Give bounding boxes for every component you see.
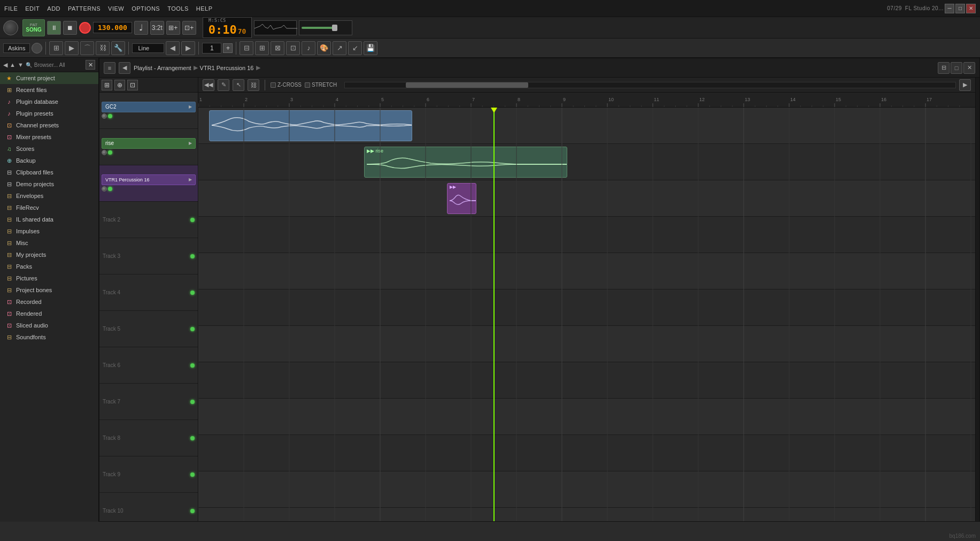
sidebar-item-backup[interactable]: ⊕ Backup [0,155,98,166]
menu-file[interactable]: FILE [4,5,18,12]
track-3-led[interactable] [108,187,112,191]
tl-block-vtr1[interactable]: ▶▶ [447,183,476,214]
tb-merge-button[interactable]: ⊠ [271,41,284,55]
zcross-checkbox[interactable] [271,82,276,88]
tb-quantize-button[interactable]: ⊡ [286,41,300,55]
sidebar-item-misc[interactable]: ⊟ Misc [0,237,98,249]
tb-split-button[interactable]: ⊞ [255,41,269,55]
h-scrollbar-track[interactable] [344,82,956,88]
stretch-option[interactable]: STRETCH [305,82,337,88]
pat-song-toggle[interactable]: PAT SONG [22,19,45,36]
tb-arrow-right[interactable]: ▶ [65,41,79,55]
tb-arrow-button[interactable]: ↗ [333,41,346,55]
right-resize-handle[interactable] [975,78,979,521]
track-3-led-right[interactable] [190,254,195,258]
track-10-led-right[interactable] [190,509,195,513]
tb-curve-button[interactable]: ⌒ [80,41,94,55]
playlist-menu-button[interactable]: ≡ [104,62,115,74]
tl-pencil[interactable]: ✎ [218,79,229,91]
sidebar-item-recent-files[interactable]: ⊞ Recent files [0,84,98,96]
track-tool-btn-2[interactable]: ⊕ [114,80,125,90]
track-1-led[interactable] [108,114,112,118]
stretch-checkbox[interactable] [305,82,310,88]
tl-scroll-right[interactable]: ▶ [959,79,971,91]
metronome-button[interactable]: ♩ [134,21,148,35]
sidebar-search-icon[interactable]: 🔍 [26,62,32,68]
track-tool-btn-3[interactable]: ⊡ [127,80,138,90]
track-3-knob[interactable] [102,186,107,192]
sidebar-item-pictures[interactable]: ⊟ Pictures [0,272,98,284]
sidebar-item-my-projects[interactable]: ⊟ My projects [0,249,98,261]
line-selector[interactable]: Line [132,43,164,53]
menu-add[interactable]: ADD [47,5,60,12]
sidebar-fwd[interactable]: ▲ [10,62,16,68]
menu-tools[interactable]: TOOLS [167,5,189,12]
track-8-led-right[interactable] [190,436,195,440]
sidebar-item-demo[interactable]: ⊟ Demo projects [0,178,98,190]
tb-line-arrow-right[interactable]: ▶ [181,41,195,55]
record-button[interactable] [79,22,91,34]
pattern-button[interactable]: ⊞+ [166,21,180,35]
track-1-knob[interactable] [102,113,107,119]
sidebar-back[interactable]: ◀ [3,62,7,68]
playlist-maximize-button[interactable]: □ [951,62,962,74]
playlist-detach-button[interactable]: ⊟ [938,62,950,74]
zcross-option[interactable]: Z-CROSS [271,82,302,88]
play-pause-button[interactable]: ⏸ [47,21,61,35]
tl-nav-left[interactable]: ◀◀ [203,79,214,91]
sidebar-item-packs[interactable]: ⊟ Packs [0,261,98,272]
tb-save-button[interactable]: 💾 [364,41,377,55]
time-sig-button[interactable]: 3:2t [150,21,164,35]
tb-down-button[interactable]: ↙ [348,41,362,55]
sidebar-item-plugin-presets[interactable]: ♪ Plugin presets [0,108,98,119]
sidebar-item-envelopes[interactable]: ⊟ Envelopes [0,190,98,202]
track-tool-btn-1[interactable]: ⊞ [102,80,112,90]
track-9-led-right[interactable] [190,473,195,477]
tb-stamp-button[interactable]: 🔧 [111,41,125,55]
tl-block-gc2[interactable] [209,110,412,141]
track-3-name-box[interactable]: VTR1 Percussion 16 ▶ [102,174,196,185]
track-4-led-right[interactable] [190,291,195,295]
playlist-close-button[interactable]: ✕ [963,62,975,74]
tl-block-rise[interactable]: ▶▶ rise [364,147,567,178]
sidebar-item-soundfonts[interactable]: ⊟ Soundfonts [0,331,98,343]
sidebar-item-il-shared[interactable]: ⊟ IL shared data [0,214,98,225]
tb-line-arrow-left[interactable]: ◀ [166,41,180,55]
sidebar-item-sliced-audio[interactable]: ⊡ Sliced audio [0,319,98,331]
mixer-button[interactable]: ⊡+ [182,21,196,35]
minimize-button[interactable]: ─ [945,4,954,13]
close-button[interactable]: ✕ [966,4,976,13]
tb-link-button[interactable]: ⛓ [96,41,110,55]
track-1-name-box[interactable]: GC2 ▶ [102,102,196,112]
sidebar-item-filerecv[interactable]: ⊟ FileRecv [0,202,98,214]
menu-help[interactable]: HELP [196,5,213,12]
tb-grid-button[interactable]: ⊞ [49,41,63,55]
menu-options[interactable]: OPTIONS [132,5,160,12]
tb-color-button[interactable]: 🎨 [317,41,331,55]
sidebar-item-recorded[interactable]: ⊡ Recorded [0,296,98,308]
tb-note-button[interactable]: ♪ [302,41,315,55]
sidebar-item-plugin-database[interactable]: ♪ Plugin database [0,96,98,108]
sidebar-item-mixer-presets[interactable]: ⊡ Mixer presets [0,131,98,143]
sidebar-item-project-bones[interactable]: ⊟ Project bones [0,284,98,296]
knob-button[interactable] [32,43,42,54]
sidebar-item-scores[interactable]: ♫ Scores [0,143,98,155]
volume-slider[interactable] [299,20,352,35]
sidebar-item-impulses[interactable]: ⊟ Impulses [0,225,98,237]
sidebar-up[interactable]: ▼ [18,62,24,68]
track-7-led-right[interactable] [190,400,195,404]
num-plus-button[interactable]: + [223,43,233,53]
menu-edit[interactable]: EDIT [25,5,40,12]
track-2-name-box[interactable]: rise ▶ [102,138,196,149]
sidebar-close-button[interactable]: ✕ [86,60,95,70]
tb-grid2-button[interactable]: ⊟ [240,41,253,55]
tl-chain[interactable]: ⛓ [248,79,259,91]
bpm-display[interactable]: 130.000 [93,22,132,33]
sidebar-item-rendered[interactable]: ⊡ Rendered [0,308,98,319]
track-2-led-right[interactable] [190,218,195,222]
maximize-button[interactable]: □ [955,4,965,13]
stop-button[interactable]: ⏹ [63,21,77,35]
playlist-nav-left[interactable]: ◀ [119,62,130,74]
sidebar-item-current-project[interactable]: ★ Current project [0,72,98,84]
track-5-led-right[interactable] [190,327,195,331]
